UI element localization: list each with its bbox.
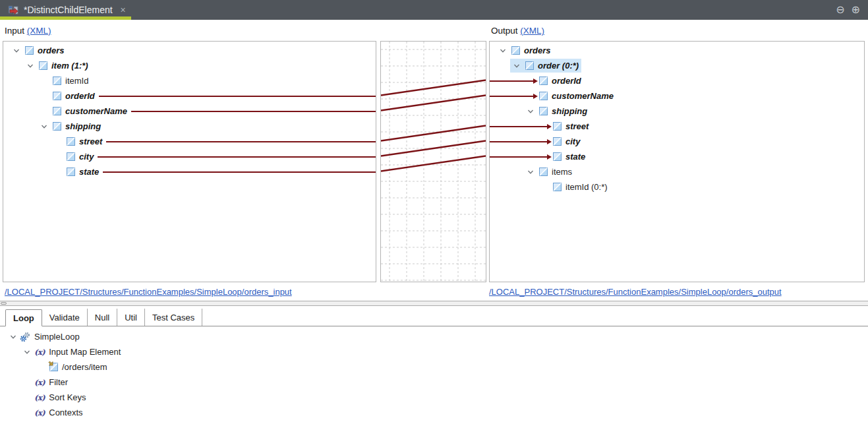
tree-row-shipping[interactable]: shipping — [3, 119, 376, 134]
minimize-button[interactable]: ⊖ — [836, 5, 844, 15]
chevron-down-icon[interactable] — [525, 106, 535, 116]
tree-item-label[interactable]: itemId — [65, 76, 88, 86]
tree-item-label[interactable]: itemId (0:*) — [565, 182, 608, 192]
chevron-down-icon[interactable] — [498, 46, 507, 55]
tree-item-label[interactable]: street — [565, 121, 589, 131]
mapping-arrow[interactable] — [490, 80, 534, 82]
tree-item-label[interactable]: orderId — [552, 76, 581, 86]
chevron-down-icon[interactable] — [11, 46, 21, 55]
tree-item-label[interactable]: street — [79, 137, 102, 146]
selected-row-highlight: order (0:*) — [510, 59, 581, 73]
maximize-button[interactable]: ⊕ — [852, 5, 860, 15]
tab-validate[interactable]: Validate — [42, 309, 88, 326]
tree-row-orderid[interactable]: orderId — [3, 88, 376, 104]
tree-item-label[interactable]: orders — [524, 46, 550, 55]
tree-row-items[interactable]: items — [490, 164, 864, 179]
tree-item-label[interactable]: SimpleLoop — [34, 332, 80, 342]
tree-item-label[interactable]: order (0:*) — [538, 61, 579, 71]
tree-item-label[interactable]: item (1:*) — [51, 61, 88, 71]
mapping-connection-line[interactable] — [381, 156, 486, 171]
input-schema-panel: ordersitem (1:*)itemIdorderIdcustomerNam… — [3, 41, 376, 282]
close-icon[interactable]: × — [121, 5, 126, 15]
tree-item-label[interactable]: shipping — [65, 121, 101, 131]
tree-item-label[interactable]: city — [79, 152, 94, 162]
tree-row-state[interactable]: state — [3, 164, 376, 179]
mapping-connection-line[interactable] — [381, 96, 486, 111]
chevron-down-icon[interactable] — [22, 347, 32, 357]
output-path-link[interactable]: /LOCAL_PROJECT/Structures/FunctionExampl… — [489, 287, 782, 297]
tree-row-itemid[interactable]: itemId — [3, 73, 376, 88]
editor-tab-distinctchildelement[interactable]: *DistinctChildElement × — [0, 0, 131, 20]
tree-item-label[interactable]: shipping — [552, 106, 587, 116]
tree-item-label[interactable]: customerName — [552, 91, 614, 101]
tree-item-label[interactable]: Filter — [49, 377, 68, 387]
tree-row-contexts[interactable]: (x)Contexts — [0, 405, 868, 420]
chevron-down-icon[interactable] — [511, 61, 521, 71]
tree-item-label[interactable]: items — [552, 167, 572, 177]
tree-row-street[interactable]: street — [490, 119, 864, 134]
mapping-connection-line[interactable] — [381, 141, 486, 156]
tree-item-label[interactable]: state — [79, 167, 99, 177]
tree-item-label[interactable]: state — [565, 152, 585, 162]
tree-row-order-0[interactable]: order (0:*) — [490, 58, 864, 73]
tab-null[interactable]: Null — [88, 309, 117, 326]
mapping-canvas[interactable] — [380, 41, 486, 282]
input-path-link[interactable]: /LOCAL_PROJECT/Structures/FunctionExampl… — [5, 287, 292, 297]
tree-row-itemid-0[interactable]: itemId (0:*) — [490, 179, 864, 195]
mapping-arrow[interactable] — [490, 126, 548, 127]
input-xml-link[interactable]: (XML) — [27, 26, 51, 36]
active-tab-underline — [0, 16, 131, 20]
mapping-arrow[interactable] — [490, 96, 534, 97]
output-label: Output — [491, 26, 518, 36]
tab-util[interactable]: Util — [117, 309, 145, 326]
tree-row-simpleloop[interactable]: SimpleLoop — [0, 329, 868, 344]
tree-item-label[interactable]: /orders/item — [62, 362, 107, 372]
loop-function-tree: SimpleLoop(x)Input Map Element/orders/it… — [0, 328, 868, 420]
tree-row-sort-keys[interactable]: (x)Sort Keys — [0, 390, 868, 405]
tree-row-input-map-element[interactable]: (x)Input Map Element — [0, 344, 868, 359]
tree-item-label[interactable]: customerName — [65, 106, 127, 116]
chevron-down-icon[interactable] — [525, 167, 535, 177]
tree-item-label[interactable]: Sort Keys — [49, 392, 86, 402]
splitter-grip-icon[interactable] — [1, 302, 7, 305]
tree-row-item-1[interactable]: item (1:*) — [3, 58, 376, 73]
mapping-connection-line[interactable] — [381, 126, 486, 141]
chevron-down-icon[interactable] — [8, 332, 18, 342]
chevron-down-icon[interactable] — [25, 61, 35, 71]
tree-row-street[interactable]: street — [3, 134, 376, 149]
output-xml-link[interactable]: (XML) — [520, 26, 544, 36]
xml-element-icon — [39, 61, 47, 70]
tree-row-shipping[interactable]: shipping — [490, 104, 864, 119]
tree-row-orders[interactable]: orders — [490, 43, 864, 58]
tree-row-city[interactable]: city — [3, 149, 376, 164]
mapping-arrow[interactable] — [490, 156, 548, 158]
tree-item-label[interactable]: city — [565, 137, 580, 146]
tree-row-filter[interactable]: (x)Filter — [0, 375, 868, 390]
mapping-wire[interactable] — [106, 141, 376, 142]
mapping-wire[interactable] — [99, 96, 376, 97]
xml-element-icon — [67, 152, 75, 161]
tree-row-orderid[interactable]: orderId — [490, 73, 864, 88]
tree-item-label[interactable]: orders — [38, 46, 64, 55]
mapping-wire[interactable] — [103, 171, 376, 173]
mapping-arrow[interactable] — [490, 141, 548, 142]
tree-row-orders[interactable]: orders — [3, 43, 376, 58]
xpath-function-icon: (x) — [34, 408, 45, 417]
tab-label: Loop — [13, 313, 34, 323]
xpath-function-icon: (x) — [34, 393, 45, 402]
tree-row-orders-item[interactable]: /orders/item — [0, 359, 868, 375]
chevron-down-icon[interactable] — [39, 121, 49, 131]
tree-row-customername[interactable]: customerName — [3, 104, 376, 119]
tab-loop[interactable]: Loop — [5, 309, 42, 326]
tree-item-label[interactable]: Contexts — [49, 408, 82, 417]
tree-item-label[interactable]: Input Map Element — [49, 347, 121, 357]
horizontal-splitter[interactable] — [0, 301, 868, 306]
tab-test-cases[interactable]: Test Cases — [145, 309, 202, 326]
tree-row-state[interactable]: state — [490, 149, 864, 164]
mapping-wire[interactable] — [131, 111, 376, 112]
tree-row-customername[interactable]: customerName — [490, 88, 864, 104]
tree-item-label[interactable]: orderId — [65, 91, 95, 101]
xml-element-icon — [539, 76, 548, 85]
tree-row-city[interactable]: city — [490, 134, 864, 149]
mapping-wire[interactable] — [98, 156, 376, 158]
